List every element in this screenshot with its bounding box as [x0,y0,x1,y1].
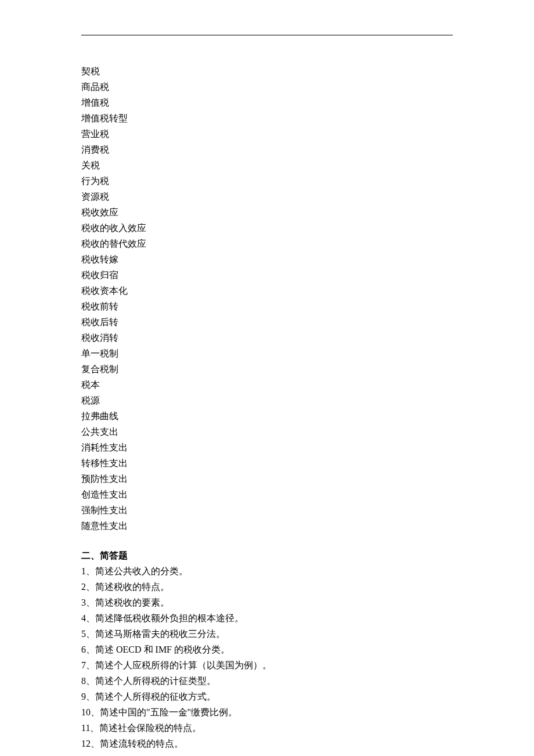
term-item: 税收转嫁 [81,251,453,267]
horizontal-rule [81,35,453,35]
term-item: 税源 [81,393,453,408]
term-item: 复合税制 [81,361,453,377]
term-item: 强制性支出 [81,502,453,518]
term-item: 税收消转 [81,330,453,345]
term-item: 商品税 [81,79,453,95]
question-item: 2、简述税收的特点。 [81,579,453,595]
question-item: 4、简述降低税收额外负担的根本途径。 [81,610,453,626]
term-item: 增值税 [81,95,453,110]
section-heading: 二、简答题 [81,548,453,563]
term-item: 税收归宿 [81,267,453,283]
question-item: 9、简述个人所得税的征收方式。 [81,689,453,704]
term-item: 消费税 [81,142,453,157]
term-item: 公共支出 [81,424,453,440]
term-item: 税收的收入效应 [81,220,453,236]
term-item: 消耗性支出 [81,440,453,455]
term-item: 税收后转 [81,314,453,330]
question-item: 7、简述个人应税所得的计算（以美国为例）。 [81,657,453,673]
term-item: 税收效应 [81,204,453,220]
term-item: 拉弗曲线 [81,408,453,424]
question-item: 6、简述 OECD 和 IMF 的税收分类。 [81,642,453,657]
term-item: 单一税制 [81,345,453,361]
term-item: 增值税转型 [81,110,453,126]
term-item: 行为税 [81,173,453,189]
term-item: 预防性支出 [81,471,453,487]
term-item: 税本 [81,377,453,393]
term-item: 税收资本化 [81,283,453,298]
question-list: 1、简述公共收入的分类。 2、简述税收的特点。 3、简述税收的要素。 4、简述降… [81,563,453,751]
term-item: 关税 [81,157,453,173]
question-item: 1、简述公共收入的分类。 [81,563,453,579]
question-item: 8、简述个人所得税的计征类型。 [81,673,453,689]
term-item: 契税 [81,63,453,79]
term-item: 税收的替代效应 [81,236,453,251]
question-item: 11、简述社会保险税的特点。 [81,720,453,736]
term-item: 转移性支出 [81,455,453,471]
term-item: 资源税 [81,189,453,204]
term-list: 契税 商品税 增值税 增值税转型 营业税 消费税 关税 行为税 资源税 税收效应… [81,63,453,534]
term-item: 营业税 [81,126,453,142]
term-item: 税收前转 [81,298,453,314]
term-item: 随意性支出 [81,518,453,534]
question-item: 5、简述马斯格雷夫的税收三分法。 [81,626,453,642]
question-item: 3、简述税收的要素。 [81,595,453,610]
question-item: 10、简述中国的"五险一金"缴费比例。 [81,704,453,720]
term-item: 创造性支出 [81,487,453,502]
question-item: 12、简述流转税的特点。 [81,736,453,751]
